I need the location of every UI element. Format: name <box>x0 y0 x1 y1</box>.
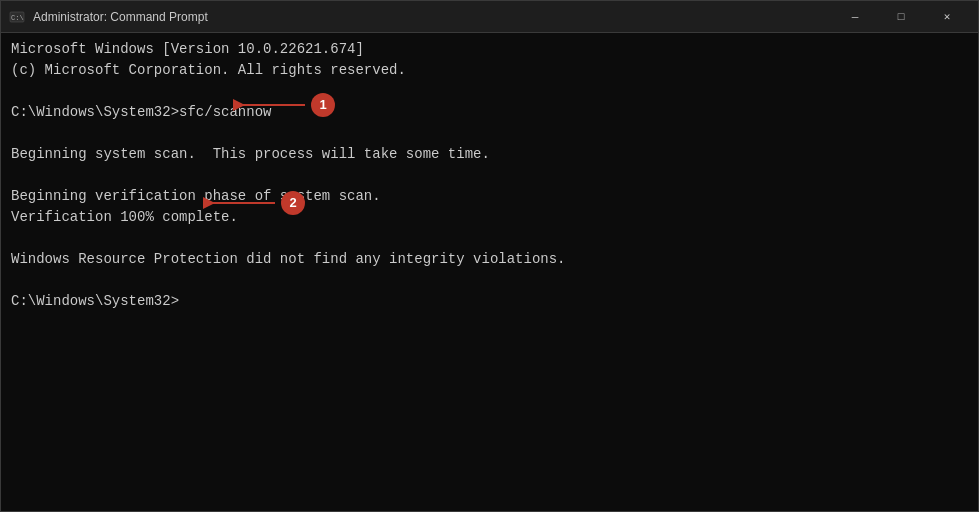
title-bar-controls: — □ ✕ <box>832 1 970 33</box>
annotation-1-circle: 1 <box>311 93 335 117</box>
terminal-line-2: (c) Microsoft Corporation. All rights re… <box>11 60 968 81</box>
close-button[interactable]: ✕ <box>924 1 970 33</box>
terminal-line-7 <box>11 165 968 186</box>
terminal-line-9: Verification 100% complete. <box>11 207 968 228</box>
terminal-line-4: C:\Windows\System32>sfc/scannow <box>11 102 968 123</box>
terminal-line-5 <box>11 123 968 144</box>
terminal-line-13: C:\Windows\System32> <box>11 291 968 312</box>
terminal-line-12 <box>11 270 968 291</box>
annotation-2: 2 <box>201 191 305 215</box>
cmd-icon: C:\ <box>9 9 25 25</box>
terminal-line-10 <box>11 228 968 249</box>
terminal-line-8: Beginning verification phase of system s… <box>11 186 968 207</box>
maximize-button[interactable]: □ <box>878 1 924 33</box>
annotation-1: 1 <box>231 93 335 117</box>
svg-text:C:\: C:\ <box>11 14 24 22</box>
title-bar-title: Administrator: Command Prompt <box>33 10 208 24</box>
title-bar-left: C:\ Administrator: Command Prompt <box>9 9 208 25</box>
minimize-button[interactable]: — <box>832 1 878 33</box>
terminal-line-6: Beginning system scan. This process will… <box>11 144 968 165</box>
title-bar: C:\ Administrator: Command Prompt — □ ✕ <box>1 1 978 33</box>
annotation-2-arrow <box>201 191 281 215</box>
annotation-1-arrow <box>231 93 311 117</box>
annotation-2-circle: 2 <box>281 191 305 215</box>
cmd-window: C:\ Administrator: Command Prompt — □ ✕ … <box>0 0 979 512</box>
terminal-line-11: Windows Resource Protection did not find… <box>11 249 968 270</box>
terminal-body[interactable]: Microsoft Windows [Version 10.0.22621.67… <box>1 33 978 511</box>
terminal-line-3 <box>11 81 968 102</box>
terminal-line-1: Microsoft Windows [Version 10.0.22621.67… <box>11 39 968 60</box>
